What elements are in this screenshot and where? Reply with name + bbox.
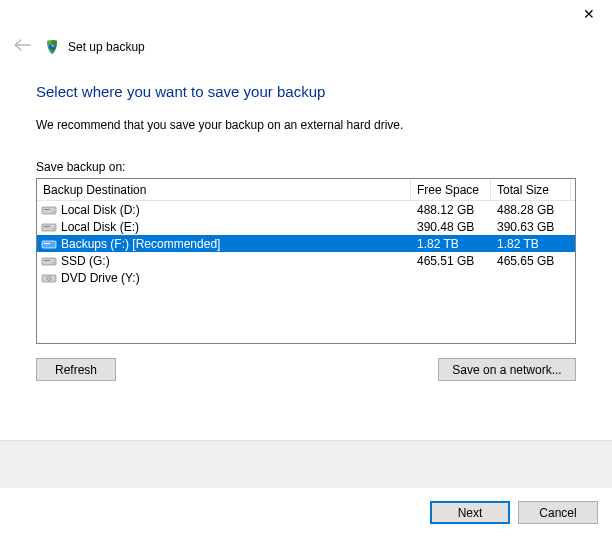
page-heading: Select where you want to save your backu… — [36, 83, 576, 100]
cancel-button[interactable]: Cancel — [518, 501, 598, 524]
drive-total-cell: 488.28 GB — [491, 203, 571, 217]
svg-point-15 — [48, 277, 49, 278]
drive-free-cell: 390.48 GB — [411, 220, 491, 234]
drive-name: Local Disk (E:) — [61, 220, 139, 234]
close-icon[interactable]: ✕ — [580, 6, 598, 24]
col-header-free[interactable]: Free Space — [411, 179, 491, 200]
drive-destination-cell: Backups (F:) [Recommended] — [37, 237, 411, 251]
drive-destination-cell: DVD Drive (Y:) — [37, 271, 411, 285]
drive-name: SSD (G:) — [61, 254, 110, 268]
svg-rect-6 — [44, 226, 50, 227]
col-header-destination[interactable]: Backup Destination — [37, 179, 411, 200]
list-label: Save backup on: — [36, 160, 576, 174]
drive-free-cell: 465.51 GB — [411, 254, 491, 268]
drive-row[interactable]: SSD (G:)465.51 GB465.65 GB — [37, 252, 575, 269]
drive-listbox[interactable]: Backup Destination Free Space Total Size… — [36, 178, 576, 344]
list-header: Backup Destination Free Space Total Size — [37, 179, 575, 201]
svg-rect-4 — [42, 224, 56, 231]
save-network-button[interactable]: Save on a network... — [438, 358, 576, 381]
svg-rect-1 — [42, 207, 56, 214]
footer-buttons: Next Cancel — [430, 501, 598, 524]
drive-total-cell: 390.63 GB — [491, 220, 571, 234]
drive-free-cell: 1.82 TB — [411, 237, 491, 251]
backup-shield-icon — [44, 39, 60, 55]
wizard-title: Set up backup — [68, 40, 145, 54]
hard-drive-icon — [41, 238, 57, 250]
next-button[interactable]: Next — [430, 501, 510, 524]
svg-point-5 — [53, 228, 55, 230]
svg-rect-9 — [44, 243, 50, 244]
drive-total-cell: 1.82 TB — [491, 237, 571, 251]
svg-rect-12 — [44, 260, 50, 261]
footer-bar — [0, 440, 612, 488]
optical-drive-icon — [41, 272, 57, 284]
hard-drive-icon — [41, 255, 57, 267]
back-arrow-icon[interactable] — [8, 38, 36, 55]
svg-rect-3 — [44, 209, 50, 210]
wizard-header: Set up backup — [0, 0, 612, 55]
refresh-button[interactable]: Refresh — [36, 358, 116, 381]
svg-rect-7 — [42, 241, 56, 248]
hard-drive-icon — [41, 221, 57, 233]
drive-total-cell: 465.65 GB — [491, 254, 571, 268]
drive-row[interactable]: Local Disk (E:)390.48 GB390.63 GB — [37, 218, 575, 235]
recommend-text: We recommend that you save your backup o… — [36, 118, 576, 132]
list-buttons: Refresh Save on a network... — [36, 358, 576, 381]
content-area: Select where you want to save your backu… — [0, 55, 612, 381]
wizard-window: ✕ Set up backup Select where you want to… — [0, 0, 612, 536]
svg-rect-10 — [42, 258, 56, 265]
drive-name: Local Disk (D:) — [61, 203, 140, 217]
drive-row[interactable]: Backups (F:) [Recommended]1.82 TB1.82 TB — [37, 235, 575, 252]
svg-point-11 — [53, 262, 55, 264]
hard-drive-icon — [41, 204, 57, 216]
drive-name: Backups (F:) [Recommended] — [61, 237, 220, 251]
drive-row[interactable]: DVD Drive (Y:) — [37, 269, 575, 286]
drive-row[interactable]: Local Disk (D:)488.12 GB488.28 GB — [37, 201, 575, 218]
col-header-total[interactable]: Total Size — [491, 179, 571, 200]
svg-point-8 — [53, 245, 55, 247]
drive-destination-cell: Local Disk (D:) — [37, 203, 411, 217]
list-body: Local Disk (D:)488.12 GB488.28 GBLocal D… — [37, 201, 575, 286]
drive-free-cell: 488.12 GB — [411, 203, 491, 217]
svg-point-2 — [53, 211, 55, 213]
drive-destination-cell: SSD (G:) — [37, 254, 411, 268]
drive-destination-cell: Local Disk (E:) — [37, 220, 411, 234]
drive-name: DVD Drive (Y:) — [61, 271, 140, 285]
